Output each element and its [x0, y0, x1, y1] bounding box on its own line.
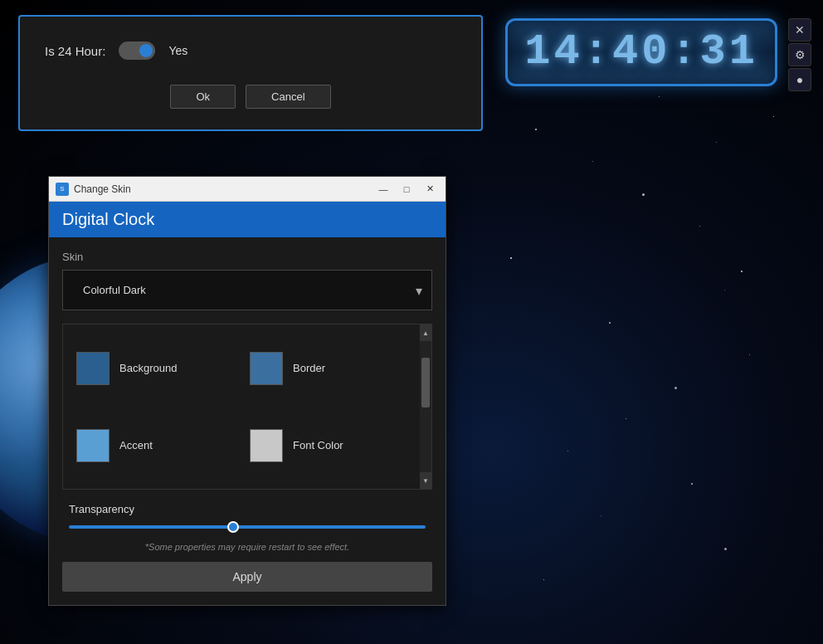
skin-header-title: Digital Clock	[62, 210, 432, 229]
cancel-button[interactable]: Cancel	[246, 85, 330, 109]
color-item-accent: Accent	[76, 415, 233, 476]
transparency-slider[interactable]	[69, 525, 426, 529]
clock-widget: 14:40:31	[505, 18, 777, 86]
tray-icons: ✕ ⚙ ●	[788, 18, 811, 91]
color-options-container: Background Border Accent Font Color	[62, 324, 432, 490]
skin-dropdown[interactable]: Colorful Dark Default Minimal	[73, 277, 421, 303]
background-swatch[interactable]	[76, 352, 110, 385]
24h-label: Is 24 Hour:	[45, 44, 105, 58]
accent-label: Accent	[119, 439, 153, 451]
transparency-label: Transparency	[69, 503, 426, 515]
scroll-down-arrow[interactable]: ▼	[420, 472, 431, 489]
color-scrollbar: ▲ ▼	[420, 324, 431, 489]
restart-note: *Some properties may require restart to …	[62, 542, 432, 552]
tray-settings-icon[interactable]: ⚙	[788, 43, 811, 66]
toggle-value: Yes	[168, 44, 187, 57]
24h-row: Is 24 Hour: Yes	[45, 41, 456, 60]
skin-header: Digital Clock	[49, 202, 446, 237]
border-label: Border	[293, 362, 325, 374]
scroll-up-arrow[interactable]: ▲	[420, 324, 431, 341]
dialog-buttons: Ok Cancel	[45, 85, 456, 109]
skin-select-wrap[interactable]: Colorful Dark Default Minimal	[62, 270, 432, 310]
minimize-button[interactable]: —	[374, 180, 392, 198]
skin-icon-label: S	[60, 185, 64, 193]
color-item-border: Border	[250, 338, 407, 398]
color-item-background: Background	[76, 338, 233, 398]
skin-label: Skin	[62, 251, 432, 263]
font-color-label: Font Color	[293, 439, 343, 451]
tray-paint-icon[interactable]: ●	[788, 68, 811, 91]
border-swatch[interactable]	[250, 352, 283, 385]
skin-window-title: Change Skin	[74, 183, 369, 195]
close-button[interactable]: ✕	[421, 180, 439, 198]
accent-swatch[interactable]	[76, 429, 110, 462]
color-grid: Background Border Accent Font Color	[63, 324, 420, 489]
clock-display: 14:40:31	[524, 31, 758, 74]
skin-titlebar: S Change Skin — □ ✕	[49, 177, 446, 202]
tray-close-icon[interactable]: ✕	[788, 18, 811, 41]
color-item-font: Font Color	[250, 415, 407, 476]
background-label: Background	[119, 362, 177, 374]
skin-window: S Change Skin — □ ✕ Digital Clock Skin C…	[48, 176, 446, 606]
skin-body: Skin Colorful Dark Default Minimal Backg…	[49, 237, 446, 605]
toggle-thumb	[139, 44, 153, 57]
skin-select[interactable]: Colorful Dark Default Minimal	[62, 270, 432, 310]
ok-button[interactable]: Ok	[170, 85, 236, 109]
scroll-thumb[interactable]	[421, 358, 430, 407]
apply-button[interactable]: Apply	[62, 562, 432, 592]
maximize-button[interactable]: □	[397, 180, 416, 198]
dialog-24h: Is 24 Hour: Yes Ok Cancel	[18, 15, 483, 131]
transparency-section: Transparency	[62, 503, 432, 529]
slider-thumb[interactable]	[227, 521, 239, 533]
skin-window-icon: S	[56, 183, 69, 196]
24h-toggle[interactable]	[119, 41, 155, 60]
font-color-swatch[interactable]	[250, 429, 283, 462]
